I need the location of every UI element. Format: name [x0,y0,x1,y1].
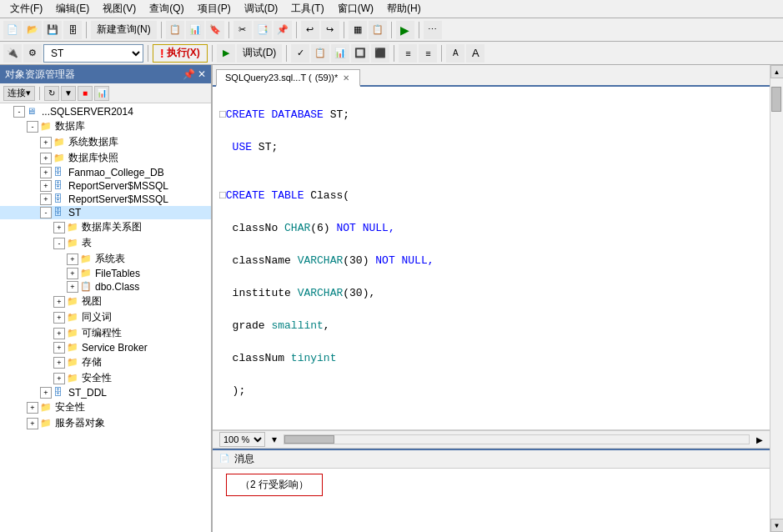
tree-dboclss[interactable]: + 📋 dbo.Class [0,280,211,294]
save-all-btn[interactable]: 🗄 [63,21,82,39]
scroll-track[interactable] [770,78,784,519]
tb2-btn5[interactable]: 🔲 [351,44,369,63]
refresh-btn[interactable]: ↻ [44,86,59,101]
new-query-btn[interactable]: 新建查询(N) [91,21,157,39]
tree-server[interactable]: - 🖥 ...SQLSERVER2014 [0,105,211,118]
tables-toggle[interactable]: - [53,238,65,249]
copy-btn[interactable]: 📑 [253,21,272,39]
messages-tab[interactable]: 📄 消息 [219,452,254,466]
snapshot-toggle[interactable]: + [40,153,52,164]
tree-fanmao[interactable]: + 🗄 Fanmao_College_DB [0,166,211,179]
systables-toggle[interactable]: + [67,253,78,265]
tree-stdll[interactable]: + 🗄 ST_DDL [0,386,211,399]
scroll-up-arrow[interactable]: ▲ [770,65,784,78]
tb2-btn4[interactable]: 📊 [331,44,349,63]
menu-edit[interactable]: 编辑(E) [49,0,96,18]
sysdb-toggle[interactable]: + [40,137,52,148]
execute-button[interactable]: ! 执行(X) [153,44,208,63]
menu-help[interactable]: 帮助(H) [380,0,428,18]
query-tab[interactable]: SQLQuery23.sql...T ( (59))* ✕ [216,69,360,87]
tree-sysdb[interactable]: + 📁 系统数据库 [0,134,211,150]
tree-storage[interactable]: + 📁 存储 [0,354,211,370]
tb-btn4[interactable]: 📊 [186,21,204,39]
stdll-toggle[interactable]: + [40,387,52,399]
tb-btn3[interactable]: 📋 [166,21,184,39]
tb2-btn3[interactable]: 📋 [311,44,329,63]
tb2-font1[interactable]: A [446,44,464,63]
server-toggle[interactable]: - [13,106,25,118]
scroll-right-arrow[interactable]: ▶ [756,435,763,444]
diagram-toggle[interactable]: + [53,222,65,233]
zoom-select[interactable]: 100 % [219,432,265,447]
tb-grid[interactable]: ▦ [349,21,367,39]
paste-btn[interactable]: 📌 [274,21,292,39]
tree-views[interactable]: + 📁 视图 [0,294,211,309]
tab-close-btn[interactable]: ✕ [341,73,351,83]
databases-toggle[interactable]: - [27,121,38,133]
filter-btn[interactable]: ▼ [61,86,76,101]
scroll-down-arrow[interactable]: ▼ [770,519,784,532]
menu-file[interactable]: 文件(F) [3,0,49,18]
tree-systables[interactable]: + 📁 系统表 [0,251,211,267]
fanmao-toggle[interactable]: + [40,167,52,178]
zoom-arrow[interactable]: ▾ [272,434,277,445]
menu-window[interactable]: 窗口(W) [331,0,380,18]
menu-debug[interactable]: 调试(D) [238,0,285,18]
tree-diagram[interactable]: + 📁 数据库关系图 [0,219,211,235]
tree-snapshot[interactable]: + 📁 数据库快照 [0,150,211,166]
run2-btn[interactable]: ▶ [217,44,235,63]
debug-btn[interactable]: 调试(D) [237,44,283,63]
tree-report2[interactable]: + 🗄 ReportServer$MSSQL [0,193,211,206]
report1-toggle[interactable]: + [40,180,52,192]
tree-prog[interactable]: + 📁 可编程性 [0,325,211,341]
tb-btn6[interactable]: 📋 [369,21,387,39]
tree-filetables[interactable]: + 📁 FileTables [0,267,211,280]
tb2-font2[interactable]: A [466,44,484,63]
tb-btn5[interactable]: 🔖 [206,21,224,39]
tree-st[interactable]: - 🗄 ST [0,206,211,219]
tree-synonyms[interactable]: + 📁 同义词 [0,309,211,325]
cut-btn[interactable]: ✂ [233,21,252,39]
check-btn[interactable]: ✓ [291,44,309,63]
tree-servicebroker[interactable]: + 📁 Service Broker [0,341,211,354]
outdent-btn[interactable]: ≡ [419,44,437,63]
undo-btn[interactable]: ↩ [301,21,319,39]
connect-btn[interactable]: 连接▾ [3,86,35,101]
indent-btn[interactable]: ≡ [399,44,417,63]
filetables-toggle[interactable]: + [67,268,78,279]
tree-databases[interactable]: - 📁 数据库 [0,118,211,134]
security-toggle[interactable]: + [27,402,38,414]
tree-report1[interactable]: + 🗄 ReportServer$MSSQL [0,179,211,193]
new-file-btn[interactable]: 📄 [3,21,22,39]
stop-btn[interactable]: ■ [78,86,93,101]
storage-toggle[interactable]: + [53,357,65,369]
report2-toggle[interactable]: + [40,193,52,205]
menu-view[interactable]: 视图(V) [96,0,143,18]
database-select[interactable]: ST [43,44,143,63]
tree-tables[interactable]: - 📁 表 [0,235,211,251]
menu-project[interactable]: 项目(P) [191,0,238,18]
dboclass-toggle[interactable]: + [67,281,78,293]
save-btn[interactable]: 💾 [43,21,62,39]
redo-btn[interactable]: ↪ [321,21,339,39]
views-toggle[interactable]: + [53,296,65,308]
tree-security-st[interactable]: + 📁 安全性 [0,370,211,386]
tree-serverobj[interactable]: + 📁 服务器对象 [0,415,211,431]
h-scrollbar[interactable] [284,434,750,444]
tree-security[interactable]: + 📁 安全性 [0,399,211,415]
run-btn[interactable]: ▶ [396,21,414,39]
security-st-toggle[interactable]: + [53,373,65,384]
report-btn[interactable]: 📊 [94,86,109,101]
serverobj-toggle[interactable]: + [27,418,38,429]
sb-toggle[interactable]: + [53,342,65,354]
tb-extra[interactable]: ⋯ [424,21,442,39]
tb2-btn2[interactable]: ⚙ [23,44,42,63]
right-scrollbar[interactable]: ▲ ▼ [770,65,783,532]
scroll-thumb[interactable] [771,87,781,112]
menu-tools[interactable]: 工具(T) [284,0,330,18]
pin-icon[interactable]: 📌 ✕ [183,68,206,80]
connect-db-btn[interactable]: 🔌 [3,44,22,63]
tree-area[interactable]: - 🖥 ...SQLSERVER2014 - 📁 数据库 + 📁 系统数据库 [0,103,211,532]
open-btn[interactable]: 📂 [23,21,42,39]
tb2-btn6[interactable]: ⬛ [371,44,389,63]
